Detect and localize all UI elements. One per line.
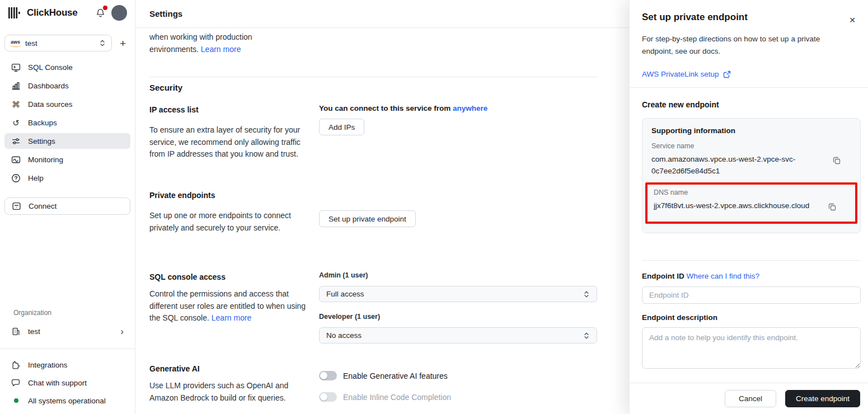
sidebar-item-label: Settings	[28, 137, 55, 145]
sidebar-item-label: Chat with support	[28, 379, 87, 387]
backups-history-icon: ↺	[11, 119, 21, 127]
clickhouse-logo-icon	[8, 7, 22, 19]
ip-access-list-title: IP access list	[149, 105, 199, 114]
dns-name-row: jjx7f6t8vt.us-west-2.vpce.aws.clickhouse…	[654, 200, 850, 214]
intro-text: when working with production environment…	[149, 31, 252, 55]
security-heading: Security	[149, 83, 182, 92]
endpoint-id-label: Endpoint ID	[642, 272, 684, 280]
cancel-button[interactable]: Cancel	[725, 390, 776, 407]
puzzle-icon	[11, 360, 21, 370]
chevron-updown-icon	[99, 39, 106, 47]
privatelink-docs-link[interactable]: AWS PrivateLink setup	[642, 70, 731, 78]
section-divider	[149, 77, 597, 77]
inline-code-toggle[interactable]	[319, 392, 337, 402]
inline-code-toggle-row: Enable Inline Code Completion	[319, 392, 451, 402]
sql-console-icon	[11, 63, 21, 72]
add-ips-button[interactable]: Add IPs	[319, 119, 364, 135]
endpoint-description-textarea[interactable]	[642, 327, 861, 369]
status-label: All systems operational	[28, 397, 106, 405]
close-icon[interactable]: ✕	[846, 13, 859, 27]
sidebar-item-data-sources[interactable]: ⌘ Data sources	[4, 96, 130, 112]
sidebar-item-label: Monitoring	[28, 156, 63, 164]
sidebar-bottom: Organization test › Integrations Chat wi…	[0, 309, 135, 414]
service-name-row: com.amazonaws.vpce.us-west-2.vpce-svc-0c…	[651, 153, 851, 177]
private-endpoints-title: Private endpoints	[149, 191, 215, 200]
generative-ai-toggle-label: Enable Generative AI features	[343, 371, 448, 380]
main-header: Settings	[135, 0, 629, 28]
connect-button[interactable]: Connect	[4, 197, 130, 215]
endpoint-id-label-row: Endpoint ID Where can I find this?	[642, 272, 759, 280]
create-new-endpoint-heading: Create new endpoint	[642, 100, 719, 109]
aws-icon: aws	[11, 40, 20, 45]
brand-name: ClickHouse	[27, 7, 78, 18]
panel-description: For step-by-step directions on how to se…	[642, 33, 824, 57]
service-switcher[interactable]: aws test	[4, 35, 112, 51]
avatar[interactable]	[111, 5, 127, 21]
settings-sliders-icon	[11, 137, 21, 146]
inline-code-toggle-label: Enable Inline Code Completion	[343, 393, 451, 402]
app: ClickHouse aws test + SQL Consol	[0, 0, 868, 414]
connect-icon	[12, 201, 21, 211]
chat-bubble-icon	[11, 378, 21, 388]
sidebar-item-help[interactable]: Help	[4, 170, 130, 186]
where-can-i-find-this-link[interactable]: Where can I find this?	[687, 272, 760, 280]
generative-ai-toggle[interactable]	[319, 371, 337, 380]
anywhere-link[interactable]: anywhere	[453, 104, 487, 112]
endpoint-description-label: Endpoint description	[642, 313, 717, 322]
panel-inner-divider	[642, 260, 861, 261]
sidebar-header: ClickHouse	[0, 0, 135, 26]
sidebar-item-settings[interactable]: Settings	[4, 133, 130, 149]
private-endpoints-description: Set up one or more endpoints to connect …	[149, 210, 312, 234]
copy-icon[interactable]	[829, 153, 844, 168]
connect-button-label: Connect	[29, 202, 57, 210]
status-green-dot-icon	[14, 398, 18, 403]
create-endpoint-button[interactable]: Create endpoint	[785, 390, 860, 407]
help-icon	[11, 173, 21, 183]
organization-section-label: Organization	[13, 309, 135, 317]
ip-access-list-description: To ensure an extra layer of security for…	[149, 124, 301, 161]
panel-title: Set up private endpoint	[642, 12, 748, 23]
sidebar-item-chat-support[interactable]: Chat with support	[4, 374, 130, 392]
service-name-value: com.amazonaws.vpce.us-west-2.vpce-svc-0c…	[651, 153, 820, 177]
dns-name-value: jjx7f6t8vt.us-west-2.vpce.aws.clickhouse…	[654, 200, 816, 211]
chevron-right-icon: ›	[120, 327, 124, 336]
sidebar-item-backups[interactable]: ↺ Backups	[4, 115, 130, 130]
add-service-button[interactable]: +	[120, 38, 126, 49]
copy-icon[interactable]	[825, 200, 839, 214]
sidebar-item-label: SQL Console	[28, 63, 73, 72]
generative-ai-title: Generative AI	[149, 364, 200, 373]
learn-more-link[interactable]: Learn more	[201, 45, 241, 54]
settings-body: when working with production environment…	[135, 28, 629, 414]
sidebar-item-dashboards[interactable]: Dashboards	[4, 78, 130, 93]
sidebar-nav: SQL Console Dashboards ⌘ Data sources ↺ …	[0, 59, 135, 186]
dashboards-icon	[11, 81, 21, 91]
dns-name-highlight-box: DNS name jjx7f6t8vt.us-west-2.vpce.aws.c…	[645, 182, 857, 224]
developer-access-select[interactable]: No access	[319, 327, 597, 344]
developer-role-label: Developer (1 user)	[319, 313, 380, 321]
endpoint-id-input[interactable]	[642, 286, 861, 304]
sql-console-access-description: Control the permissions and access that …	[149, 288, 312, 324]
supporting-information-card: Supporting information Service name com.…	[642, 118, 861, 233]
sidebar-item-monitoring[interactable]: Monitoring	[4, 152, 130, 167]
organization-building-icon	[11, 327, 21, 336]
sql-learn-more-link[interactable]: Learn more	[212, 313, 252, 322]
organization-item[interactable]: test ›	[4, 323, 130, 340]
notifications-bell-icon[interactable]	[93, 6, 107, 20]
sidebar-item-integrations[interactable]: Integrations	[4, 356, 130, 374]
sidebar: ClickHouse aws test + SQL Consol	[0, 0, 135, 414]
sidebar-divider	[0, 349, 135, 349]
generative-ai-description: Use LLM providers such as OpenAI and Ama…	[149, 380, 309, 404]
page-title: Settings	[149, 9, 182, 18]
service-name-label: Service name	[651, 142, 851, 150]
setup-private-endpoint-button[interactable]: Set up private endpoint	[319, 210, 416, 227]
sidebar-item-label: Help	[28, 174, 44, 182]
system-status-item[interactable]: All systems operational	[4, 392, 130, 410]
admin-role-label: Admin (1 user)	[319, 271, 368, 279]
sidebar-item-label: Backups	[28, 119, 57, 127]
sidebar-item-label: Data sources	[28, 100, 73, 109]
sidebar-item-sql-console[interactable]: SQL Console	[4, 59, 130, 75]
panel-footer: Cancel Create endpoint	[725, 390, 860, 407]
admin-access-select[interactable]: Full access	[319, 286, 597, 302]
panel-divider	[630, 87, 868, 88]
endpoint-description-label-row: Endpoint description	[642, 313, 717, 322]
